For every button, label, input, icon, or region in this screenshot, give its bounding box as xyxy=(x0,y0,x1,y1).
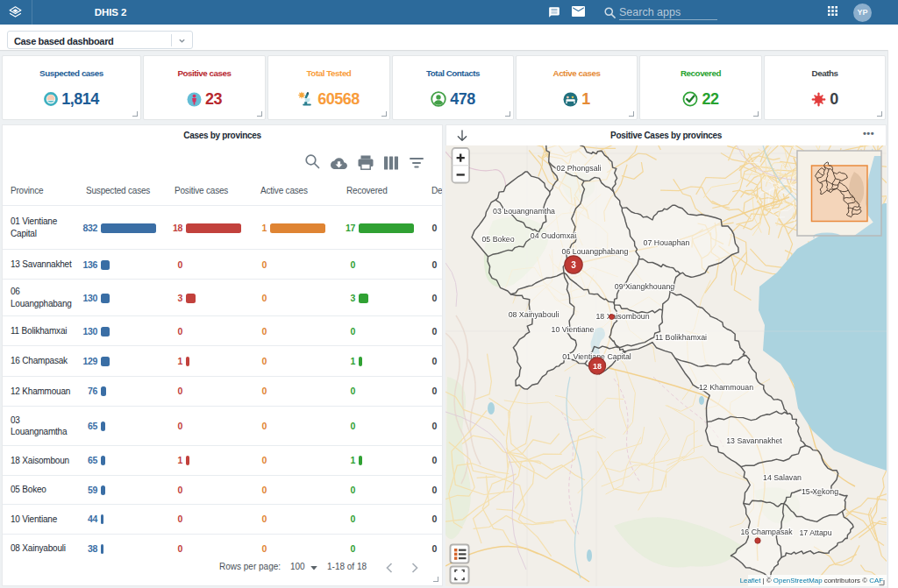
svg-text:16 Champasak: 16 Champasak xyxy=(740,528,793,536)
svg-text:3: 3 xyxy=(571,260,576,270)
svg-text:10 Vientiane: 10 Vientiane xyxy=(552,325,595,334)
svg-text:02 Phongsali: 02 Phongsali xyxy=(557,164,602,173)
svg-text:17 Attapu: 17 Attapu xyxy=(799,528,831,537)
svg-text:05 Bokeo: 05 Bokeo xyxy=(481,235,514,244)
svg-text:09 Xiangkhouang: 09 Xiangkhouang xyxy=(615,282,675,291)
svg-text:18 Xaisomboun: 18 Xaisomboun xyxy=(595,312,649,321)
svg-text:07 Houaphan: 07 Houaphan xyxy=(644,238,690,247)
svg-text:18: 18 xyxy=(593,362,602,371)
svg-text:08 Xainyabouli: 08 Xainyabouli xyxy=(509,310,559,319)
svg-text:Leaflet | © OpenStreetMap cont: Leaflet | © OpenStreetMap contributors ©… xyxy=(740,577,883,584)
svg-text:04 Oudomxai: 04 Oudomxai xyxy=(531,231,576,240)
svg-text:15 Xekong: 15 Xekong xyxy=(802,487,838,496)
svg-text:12 Khammouan: 12 Khammouan xyxy=(699,383,753,392)
svg-text:03 Louangnamtha: 03 Louangnamtha xyxy=(493,207,555,216)
svg-text:14 Salavan: 14 Salavan xyxy=(763,473,802,482)
svg-text:13 Savannakhet: 13 Savannakhet xyxy=(726,436,782,445)
svg-text:11 Bolikhamxai: 11 Bolikhamxai xyxy=(655,333,707,342)
svg-text:06 Louangphabang: 06 Louangphabang xyxy=(562,247,629,256)
